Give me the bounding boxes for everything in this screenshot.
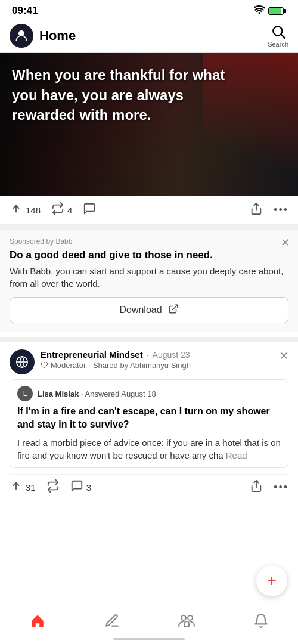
wifi-icon — [254, 5, 265, 16]
post-like-count: 31 — [26, 482, 36, 493]
comment-icon — [83, 202, 96, 218]
fab-button[interactable]: + — [256, 565, 287, 596]
answer-user-avatar: L — [17, 386, 33, 401]
home-icon — [30, 613, 45, 632]
nav-notifications[interactable] — [224, 613, 298, 632]
share-button[interactable] — [250, 202, 263, 218]
post-image-quote: When you are thankful for what you have,… — [12, 65, 250, 125]
post-meta: Entrepreneurial Mindset · August 23 🛡 Mo… — [41, 349, 191, 370]
like-button[interactable]: 148 — [10, 202, 41, 218]
page-title: Home — [39, 28, 76, 44]
search-label: Search — [268, 41, 288, 48]
post-footer-actions: 31 3 — [10, 474, 288, 500]
sponsored-title: Do a good deed and give to those in need… — [10, 249, 288, 261]
answer-meta: Lisa Misiak · Answered August 18 — [38, 389, 156, 398]
post-like-button[interactable]: 31 — [10, 479, 36, 496]
more-icon: ••• — [274, 204, 288, 216]
fab-icon: + — [267, 571, 277, 590]
status-icons — [254, 5, 286, 16]
answer-body: I read a morbid piece of advice once: if… — [17, 436, 281, 462]
shared-by: Shared by Abhimanyu Singh — [93, 361, 191, 370]
post-share-icon — [250, 479, 263, 495]
battery-icon — [268, 7, 286, 15]
post-repost-icon — [46, 479, 60, 496]
sponsored-close-button[interactable]: ✕ — [281, 236, 290, 249]
sponsored-body: With Babb, you can start and support a c… — [10, 265, 288, 290]
search-button[interactable]: Search — [268, 24, 288, 48]
bell-icon — [253, 613, 269, 632]
external-link-icon — [168, 304, 179, 317]
svg-line-2 — [281, 35, 284, 38]
svg-point-11 — [188, 615, 193, 620]
community-avatar — [10, 349, 35, 374]
svg-point-10 — [181, 615, 186, 620]
upvote-icon — [10, 202, 23, 218]
post-upvote-icon — [10, 479, 23, 496]
post-date: August 23 — [153, 350, 190, 360]
post-share-button[interactable] — [250, 479, 263, 495]
post-header: Entrepreneurial Mindset · August 23 🛡 Mo… — [10, 349, 288, 374]
post-more-button[interactable]: ••• — [274, 481, 288, 494]
download-button[interactable]: Download — [10, 297, 288, 323]
nav-edit[interactable] — [74, 613, 149, 632]
answer-username: Lisa Misiak — [38, 389, 79, 398]
post-sub-info: 🛡 Moderator · Shared by Abhimanyu Singh — [41, 361, 191, 370]
download-label: Download — [119, 305, 162, 315]
app-header: Home Search — [0, 19, 298, 53]
post-comment-count: 3 — [86, 482, 91, 493]
divider-1 — [0, 225, 298, 230]
post-more-icon: ••• — [274, 481, 288, 494]
post-card: Entrepreneurial Mindset · August 23 🛡 Mo… — [0, 342, 298, 500]
answer-preview-card[interactable]: L Lisa Misiak · Answered August 18 If I'… — [10, 379, 288, 468]
answer-date-text: Answered August 18 — [85, 389, 156, 398]
post-repost-button[interactable] — [46, 479, 60, 496]
post-header-left: Entrepreneurial Mindset · August 23 🛡 Mo… — [10, 349, 191, 374]
repost-count: 4 — [67, 205, 72, 215]
moderator-label: Moderator — [51, 361, 86, 370]
post-comment-icon — [70, 479, 83, 496]
post-actions-bar: 148 4 ••• — [0, 196, 298, 225]
edit-icon — [104, 613, 120, 632]
community-name: Entrepreneurial Mindset — [41, 349, 143, 360]
nav-home[interactable] — [0, 613, 74, 632]
nav-people[interactable] — [149, 613, 224, 632]
user-avatar[interactable] — [10, 24, 33, 48]
sponsored-label: Sponsored by Babb — [10, 237, 288, 246]
divider-2 — [0, 337, 298, 342]
sponsored-card: Sponsored by Babb ✕ Do a good deed and g… — [0, 230, 298, 332]
repost-icon — [51, 202, 64, 218]
search-icon — [271, 24, 286, 39]
post-image-card: When you are thankful for what you have,… — [0, 53, 298, 196]
comment-button[interactable] — [83, 202, 96, 218]
like-count: 148 — [26, 205, 41, 215]
shield-icon: 🛡 — [41, 361, 48, 370]
answer-user-info: L Lisa Misiak · Answered August 18 — [17, 386, 281, 401]
status-bar: 09:41 — [0, 0, 298, 19]
post-close-button[interactable]: ✕ — [280, 349, 288, 363]
post-comment-button[interactable]: 3 — [70, 479, 91, 496]
home-indicator — [113, 638, 185, 640]
status-time: 09:41 — [12, 5, 38, 17]
header-left: Home — [10, 24, 76, 48]
read-more-text[interactable]: Read — [224, 450, 247, 460]
svg-line-5 — [172, 305, 177, 309]
people-icon — [178, 613, 195, 632]
answer-question-text: If I'm in a fire and can't escape, can I… — [17, 405, 281, 432]
more-options-button[interactable]: ••• — [274, 204, 288, 216]
share-icon — [250, 202, 263, 218]
repost-button[interactable]: 4 — [51, 202, 72, 218]
